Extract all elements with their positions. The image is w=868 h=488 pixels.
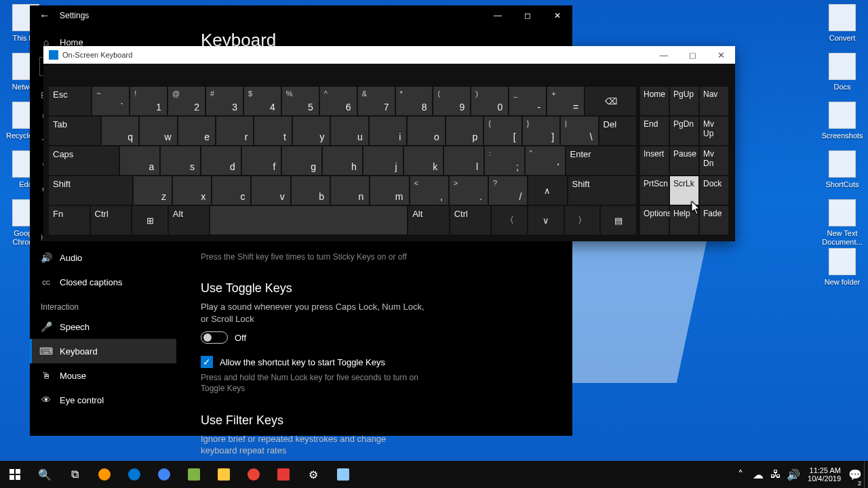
key-prtscn[interactable]: PrtScn <box>640 176 669 205</box>
key-space[interactable] <box>210 206 407 235</box>
desktop-icon[interactable]: Convert <box>818 4 867 43</box>
key-help[interactable]: Help <box>670 206 698 235</box>
minimize-button[interactable]: — <box>483 5 513 26</box>
key-i[interactable]: i <box>370 117 406 145</box>
taskbar-app3[interactable] <box>328 461 358 488</box>
tray-up-icon[interactable]: ˄ <box>732 461 749 488</box>
key-left[interactable]: 〈 <box>492 206 527 235</box>
start-button[interactable] <box>0 461 30 488</box>
key-.[interactable]: >. <box>450 176 488 205</box>
key-n[interactable]: n <box>331 176 369 205</box>
key-9[interactable]: (9 <box>433 87 470 115</box>
key-7[interactable]: &7 <box>358 87 395 115</box>
key-o[interactable]: o <box>408 117 444 145</box>
key-e[interactable]: e <box>178 117 215 145</box>
key-backspace[interactable]: ⌫ <box>585 87 636 115</box>
key-u[interactable]: u <box>331 117 368 145</box>
key-0[interactable]: )0 <box>471 87 508 115</box>
key-f[interactable]: f <box>242 146 281 175</box>
key-caps[interactable]: Caps <box>49 146 119 175</box>
osk-maximize-button[interactable]: ◻ <box>678 46 707 64</box>
key-shift-left[interactable]: Shift <box>49 176 132 205</box>
key-end[interactable]: End <box>640 117 669 145</box>
key-ctrl-right[interactable]: Ctrl <box>450 206 491 235</box>
key-4[interactable]: $4 <box>244 87 281 115</box>
taskbar-edge[interactable] <box>119 461 149 488</box>
key-r[interactable]: r <box>216 117 253 145</box>
key-j[interactable]: j <box>363 146 403 175</box>
key-menu[interactable]: ▤ <box>601 206 636 235</box>
key-\[interactable]: |\ <box>561 117 597 145</box>
key-,[interactable]: <, <box>410 176 448 205</box>
key-d[interactable]: d <box>201 146 241 175</box>
key-=[interactable]: += <box>547 87 584 115</box>
desktop-icon[interactable]: ShortCuts <box>818 150 867 189</box>
key-y[interactable]: y <box>293 117 330 145</box>
nav-keyboard[interactable]: ⌨Keyboard <box>30 339 176 363</box>
key-x[interactable]: x <box>173 176 211 205</box>
taskbar-settings[interactable]: ⚙ <box>298 461 328 488</box>
action-center-button[interactable]: 💬2 <box>846 461 864 488</box>
desktop-icon[interactable]: Screenshots <box>818 102 867 140</box>
close-button[interactable]: ✕ <box>542 5 572 26</box>
taskbar-chrome[interactable] <box>149 461 179 488</box>
taskbar-chrome2[interactable] <box>239 461 269 488</box>
key-5[interactable]: %5 <box>282 87 319 115</box>
tray-volume-icon[interactable]: 🔊 <box>785 461 802 488</box>
tray-onedrive-icon[interactable]: ☁ <box>749 461 767 488</box>
key-k[interactable]: k <box>404 146 443 175</box>
nav-mouse[interactable]: 🖱Mouse <box>30 363 176 388</box>
key-b[interactable]: b <box>292 176 330 205</box>
key-win[interactable]: ⊞ <box>132 206 167 235</box>
key-m[interactable]: m <box>370 176 408 205</box>
taskbar-clock[interactable]: 11:25 AM 10/4/2019 <box>802 466 846 483</box>
key-`[interactable]: ~` <box>92 87 129 115</box>
key-8[interactable]: *8 <box>396 87 433 115</box>
key-pause[interactable]: Pause <box>670 146 698 175</box>
key-w[interactable]: w <box>140 117 176 145</box>
key-scrlk[interactable]: ScrLk <box>670 176 698 205</box>
key-right[interactable]: 〉 <box>565 206 600 235</box>
key-g[interactable]: g <box>282 146 321 175</box>
key-fn[interactable]: Fn <box>49 206 90 235</box>
nav-eye-control[interactable]: 👁Eye control <box>30 388 176 412</box>
taskbar-app[interactable] <box>179 461 209 488</box>
taskbar-firefox[interactable] <box>90 461 119 488</box>
search-button[interactable]: 🔍 <box>30 461 60 488</box>
key-pgdn[interactable]: PgDn <box>670 117 698 145</box>
osk-minimize-button[interactable]: — <box>650 46 678 64</box>
key-home[interactable]: Home <box>640 87 669 115</box>
nav-speech[interactable]: 🎤Speech <box>30 314 176 339</box>
tray-network-icon[interactable]: 🖧 <box>767 461 785 488</box>
key-p[interactable]: p <box>446 117 483 145</box>
key--[interactable]: _- <box>509 87 546 115</box>
nav-closed-captions[interactable]: ㏄Closed captions <box>30 270 176 294</box>
desktop-icon[interactable]: Docs <box>818 53 867 92</box>
key-tab[interactable]: Tab <box>49 117 100 145</box>
key-l[interactable]: l <box>444 146 484 175</box>
key-v[interactable]: v <box>252 176 290 205</box>
key-2[interactable]: @2 <box>168 87 205 115</box>
osk-close-button[interactable]: ✕ <box>707 46 735 64</box>
back-button[interactable]: ← <box>30 9 60 22</box>
key-][interactable]: }] <box>523 117 559 145</box>
key-s[interactable]: s <box>161 146 200 175</box>
key-nav[interactable]: Nav <box>700 87 728 115</box>
key-del[interactable]: Del <box>599 117 636 145</box>
key-t[interactable]: t <box>254 117 291 145</box>
task-view-button[interactable]: ⧉ <box>60 461 90 488</box>
key-6[interactable]: ^6 <box>320 87 357 115</box>
toggle-keys-switch[interactable]: Off <box>201 331 548 344</box>
desktop-icon[interactable]: New Text Document... <box>818 199 867 246</box>
nav-audio[interactable]: 🔊Audio <box>30 245 176 270</box>
key-shift-right[interactable]: Shift <box>568 176 637 205</box>
key-down[interactable]: ∨ <box>528 206 564 235</box>
key-1[interactable]: !1 <box>130 87 167 115</box>
key-a[interactable]: a <box>120 146 159 175</box>
key-fade[interactable]: Fade <box>700 206 728 235</box>
key-ctrl-left[interactable]: Ctrl <box>91 206 132 235</box>
key-'[interactable]: "' <box>526 146 565 175</box>
taskbar-app2[interactable] <box>269 461 298 488</box>
key-up[interactable]: ∧ <box>528 176 566 205</box>
key-;[interactable]: :; <box>485 146 524 175</box>
